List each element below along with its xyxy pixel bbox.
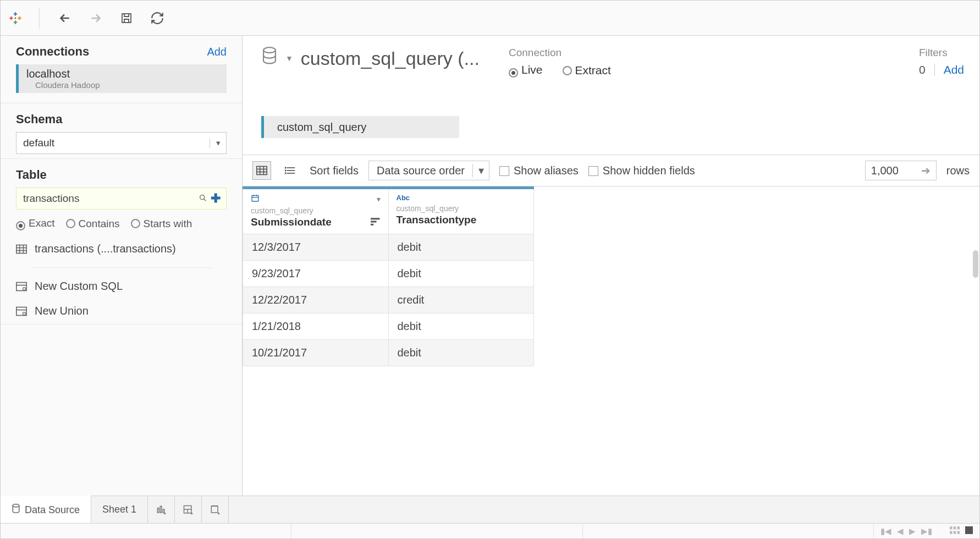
sheet-tabs: Data Source Sheet 1 [1,496,979,523]
svg-rect-57 [954,526,956,529]
connection-live[interactable]: Live [509,63,543,78]
sort-fields-label: Sort fields [310,164,359,177]
svg-rect-25 [257,167,267,175]
canvas-table-name: custom_sql_query [264,121,366,134]
left-panel: Connections Add localhost Cloudera Hadoo… [1,36,243,496]
table-label: transactions (....transactions) [35,243,176,255]
column-header-transactiontype[interactable]: Abc custom_sql_query Transactiontype [388,188,534,234]
rows-label: rows [946,164,970,177]
schema-heading: Schema [16,112,227,127]
table-gear-icon [16,306,27,316]
filters-add-link[interactable]: Add [944,63,964,76]
column-name: Transactiontype [397,214,477,226]
svg-point-33 [285,167,286,168]
svg-rect-58 [957,526,960,529]
database-icon [12,504,20,516]
arrow-right-icon: ➔ [921,164,931,177]
data-grid: ▾ custom_sql_query Submissiondate [243,186,979,496]
svg-rect-59 [950,531,953,534]
table-row[interactable]: 9/23/2017debit [243,261,534,287]
rows-limit-input[interactable]: 1,000 ➔ [865,161,937,180]
svg-rect-61 [957,531,960,534]
forward-button [87,9,104,27]
new-story-button[interactable] [202,496,229,523]
sort-fields-select[interactable]: Data source order ▾ [368,161,489,180]
tab-sheet-1[interactable]: Sheet 1 [91,496,148,523]
svg-rect-62 [965,526,973,534]
filters-count: 0 [919,63,926,76]
right-panel: ▼ custom_sql_query (... Connection Live … [243,36,979,496]
search-icon [199,194,207,204]
nav-first-icon[interactable]: ▮◀ [880,526,891,536]
show-aliases-checkbox[interactable]: Show aliases [499,164,579,177]
refresh-button[interactable] [148,9,166,27]
column-header-submissiondate[interactable]: ▾ custom_sql_query Submissiondate [243,188,389,234]
svg-rect-40 [371,218,380,219]
rows-value: 1,000 [871,164,899,177]
column-name: Submissiondate [251,216,332,228]
table-label: New Custom SQL [35,280,123,293]
table-transactions[interactable]: transactions (....transactions) [16,243,227,255]
svg-line-12 [204,199,206,201]
table-row[interactable]: 12/22/2017credit [243,287,534,314]
sort-icon[interactable] [371,216,381,228]
connection-item[interactable]: localhost Cloudera Hadoop [16,64,227,93]
new-union[interactable]: New Union [16,305,227,317]
new-dashboard-button[interactable] [175,496,202,523]
schema-select[interactable]: default ▾ [16,132,227,154]
table-label: New Union [35,305,89,317]
svg-rect-41 [371,221,377,223]
tab-data-source[interactable]: Data Source [1,496,91,523]
match-exact[interactable]: Exact [16,217,55,230]
table-row[interactable]: 1/21/2018debit [243,314,534,340]
show-filmstrip-icon[interactable] [950,526,960,536]
table-search-input[interactable] [22,192,199,205]
new-custom-sql[interactable]: New Custom SQL [16,280,227,293]
status-bar: ▮◀ ◀ ▶ ▶▮ [1,523,979,538]
view-grid-button[interactable] [252,161,271,180]
svg-rect-36 [252,195,258,201]
svg-rect-60 [954,531,956,534]
table-icon [16,244,27,254]
back-button[interactable] [56,9,74,27]
add-connection-link[interactable]: Add [207,46,227,58]
show-hidden-checkbox[interactable]: Show hidden fields [588,164,695,177]
svg-rect-46 [163,509,164,513]
chevron-down-icon[interactable]: ▾ [377,195,381,204]
svg-rect-10 [122,14,131,23]
svg-rect-21 [16,307,26,315]
svg-rect-45 [160,506,162,513]
grid-toolbar: Sort fields Data source order ▾ Show ali… [243,155,979,186]
svg-point-35 [285,173,286,174]
connection-type: Cloudera Hadoop [26,80,100,90]
datasource-title[interactable]: ▼ custom_sql_query (... [261,47,492,70]
table-row[interactable]: 12/3/2017debit [243,234,534,261]
show-sheet-icon[interactable] [965,526,973,536]
connection-extract[interactable]: Extract [563,64,611,77]
nav-prev-icon[interactable]: ◀ [897,526,904,536]
canvas-table-chip[interactable]: custom_sql_query [261,116,459,138]
table-gear-icon [16,282,27,292]
svg-rect-13 [16,245,26,253]
add-table-icon[interactable]: ✚ [211,191,221,206]
join-canvas[interactable]: custom_sql_query [243,83,979,155]
datasource-name: custom_sql_query (... [301,48,480,69]
match-mode-row: Exact Contains Starts with [16,217,227,230]
table-search[interactable]: ✚ [16,188,227,210]
table-row[interactable]: 10/21/2017debit [243,340,534,366]
sort-value: Data source order [369,164,472,177]
match-contains[interactable]: Contains [66,218,120,230]
match-starts-with[interactable]: Starts with [131,218,192,230]
svg-point-34 [285,170,286,171]
scrollbar[interactable] [973,250,978,278]
filters-label: Filters [919,47,964,59]
svg-rect-44 [157,508,159,512]
database-icon [261,47,278,70]
new-worksheet-button[interactable] [148,496,175,523]
save-button[interactable] [118,9,135,27]
view-list-button[interactable] [281,161,300,180]
column-source: custom_sql_query [251,206,381,215]
nav-next-icon[interactable]: ▶ [909,526,916,536]
nav-last-icon[interactable]: ▶▮ [921,526,932,536]
table-heading: Table [16,168,227,182]
